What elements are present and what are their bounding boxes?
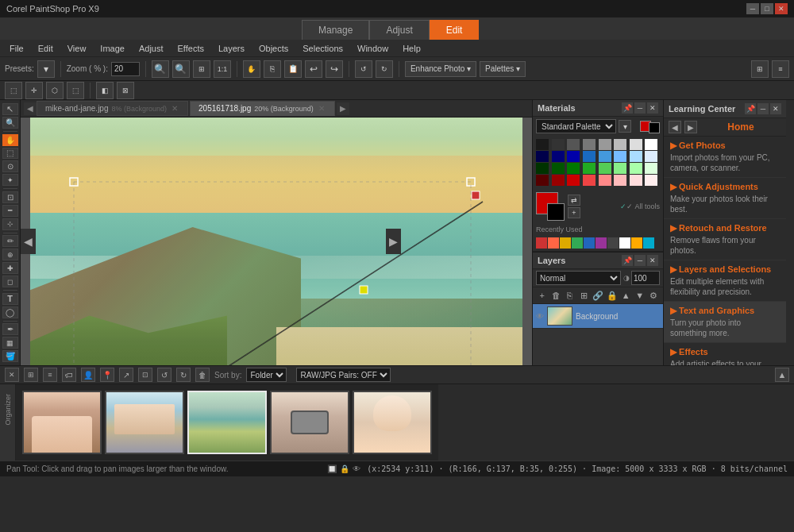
- org-list-btn[interactable]: ≡: [43, 368, 57, 382]
- swap-colors-btn[interactable]: ⇄: [568, 195, 580, 206]
- tab-edit[interactable]: Edit: [430, 20, 480, 40]
- palettes-btn[interactable]: Palettes ▾: [480, 61, 526, 77]
- org-collapse-btn[interactable]: ▲: [775, 368, 789, 382]
- zoom-out-btn[interactable]: 🔍: [172, 60, 190, 78]
- lc-pin-btn[interactable]: 📌: [745, 103, 756, 114]
- recent-color[interactable]: [560, 237, 571, 249]
- recent-color[interactable]: [631, 237, 642, 249]
- rotate-right-btn[interactable]: ↻: [376, 60, 393, 78]
- color-cell[interactable]: [536, 175, 549, 186]
- tool-heal[interactable]: ✚: [2, 262, 18, 274]
- layers-close-btn[interactable]: ✕: [647, 255, 658, 266]
- menu-edit[interactable]: Edit: [32, 42, 60, 55]
- color-cell[interactable]: [599, 175, 611, 186]
- recent-color[interactable]: [596, 237, 607, 249]
- color-cell[interactable]: [630, 163, 642, 174]
- opacity-input[interactable]: [631, 271, 660, 285]
- tool-text[interactable]: T: [2, 293, 18, 305]
- recent-color[interactable]: [607, 237, 619, 249]
- tool-color-pick[interactable]: ✒: [2, 323, 18, 335]
- lc-section-quick-adj[interactable]: ▶ Quick Adjustments Make your photos loo…: [664, 178, 786, 219]
- menu-file[interactable]: File: [3, 42, 30, 55]
- filmstrip-thumb-5[interactable]: [353, 391, 432, 454]
- paste-btn[interactable]: 📋: [284, 60, 302, 78]
- color-cell[interactable]: [645, 151, 657, 162]
- menu-objects[interactable]: Objects: [252, 42, 295, 55]
- copy-btn[interactable]: ⎘: [264, 60, 281, 78]
- bg-color-large[interactable]: [547, 203, 565, 221]
- zoom-in-btn[interactable]: 🔍: [152, 60, 169, 78]
- org-view-btn[interactable]: ⊞: [24, 368, 38, 382]
- lc-forward-btn[interactable]: ▶: [684, 121, 697, 133]
- color-cell[interactable]: [645, 139, 657, 150]
- recent-color[interactable]: [643, 237, 654, 249]
- color-cell[interactable]: [536, 139, 549, 150]
- color-cell[interactable]: [552, 163, 565, 174]
- materials-min-btn[interactable]: ─: [634, 102, 646, 114]
- palette-select[interactable]: Standard Palette: [536, 119, 616, 133]
- org-delete-btn[interactable]: 🗑: [195, 368, 210, 382]
- canvas-next-btn[interactable]: ▶: [386, 229, 401, 254]
- tool-shape[interactable]: ◯: [2, 306, 18, 318]
- tool-magic-wand[interactable]: ✦: [2, 174, 18, 186]
- lc-section-retouch[interactable]: ▶ Retouch and Restore Remove flaws from …: [664, 219, 786, 260]
- menu-window[interactable]: Window: [351, 42, 395, 55]
- canvas-tab-1[interactable]: mike-and-jane.jpg 8% (Background) ✕: [37, 101, 188, 116]
- tool-clone[interactable]: ⊕: [2, 249, 18, 260]
- zoom-input[interactable]: 20: [111, 62, 140, 76]
- color-cell[interactable]: [552, 175, 565, 186]
- color-cell[interactable]: [583, 151, 596, 162]
- color-cell[interactable]: [567, 151, 580, 162]
- pan-tool-btn[interactable]: ✋: [243, 60, 260, 78]
- zoom-100-btn[interactable]: 1:1: [214, 60, 231, 78]
- color-cell[interactable]: [630, 175, 642, 186]
- menu-layers[interactable]: Layers: [212, 42, 251, 55]
- layer-visibility-icon[interactable]: 👁: [536, 312, 544, 321]
- lc-section-effects[interactable]: ▶ Effects Add artistic effects to your p…: [664, 343, 786, 365]
- lc-section-layers[interactable]: ▶ Layers and Selections Edit multiple el…: [664, 260, 786, 302]
- toolbar-presets-btn[interactable]: ▾: [37, 60, 55, 78]
- canvas-scroll-left[interactable]: ◀: [24, 102, 37, 115]
- background-swatch[interactable]: [649, 122, 660, 133]
- color-cell[interactable]: [583, 139, 596, 150]
- zoom-fit-btn[interactable]: ⊞: [193, 60, 210, 78]
- grid-view-btn[interactable]: ⊞: [751, 60, 769, 78]
- canvas-tab-2[interactable]: 205161718.jpg 20% (Background) ✕: [190, 101, 335, 116]
- list-view-btn[interactable]: ≡: [772, 60, 789, 78]
- canvas-scroll-right[interactable]: ▶: [337, 102, 349, 115]
- layer-down-btn[interactable]: ▼: [634, 289, 646, 302]
- layer-group-btn[interactable]: ⊞: [578, 289, 591, 302]
- tool-lasso[interactable]: ⊙: [2, 160, 18, 172]
- color-cell[interactable]: [567, 163, 580, 174]
- lc-section-text-graphics[interactable]: ▶ Text and Graphics Turn your photo into…: [664, 302, 786, 343]
- org-rotate-right-btn[interactable]: ↻: [176, 368, 191, 382]
- menu-image[interactable]: Image: [94, 42, 131, 55]
- tool-select-rect[interactable]: ⬚: [2, 148, 18, 160]
- color-cell[interactable]: [614, 139, 626, 150]
- color-cell[interactable]: [630, 151, 642, 162]
- lc-section-get-photos[interactable]: ▶ Get Photos Import photos from your PC,…: [664, 137, 786, 178]
- color-cell[interactable]: [536, 151, 549, 162]
- color-cell[interactable]: [567, 139, 580, 150]
- close-button[interactable]: ✕: [775, 3, 788, 14]
- delete-layer-btn[interactable]: 🗑: [550, 289, 563, 302]
- filmstrip-thumb-3[interactable]: [187, 391, 267, 454]
- palette-options-btn[interactable]: ▾: [619, 120, 631, 133]
- menu-adjust[interactable]: Adjust: [133, 42, 170, 55]
- tool-straighten[interactable]: ━: [2, 205, 18, 217]
- undo-btn[interactable]: ↩: [305, 60, 322, 78]
- deform-tool-btn[interactable]: ⬡: [46, 82, 64, 99]
- filmstrip-thumb-2[interactable]: [105, 391, 184, 454]
- maximize-button[interactable]: □: [761, 3, 773, 14]
- color-cell[interactable]: [552, 139, 565, 150]
- layers-min-btn[interactable]: ─: [634, 255, 646, 266]
- tool-gradient[interactable]: ▦: [2, 337, 18, 349]
- org-tag-btn[interactable]: 🏷: [62, 368, 76, 382]
- recent-color[interactable]: [584, 237, 595, 249]
- tab-adjust[interactable]: Adjust: [369, 20, 429, 40]
- tool-arrow[interactable]: ↖: [2, 103, 18, 115]
- layer-settings-btn[interactable]: ⚙: [648, 289, 661, 302]
- tool-paint[interactable]: ✏: [2, 235, 18, 247]
- color-cell[interactable]: [599, 151, 611, 162]
- raw-jpg-select[interactable]: RAW/JPG Pairs: OFF: [296, 368, 391, 382]
